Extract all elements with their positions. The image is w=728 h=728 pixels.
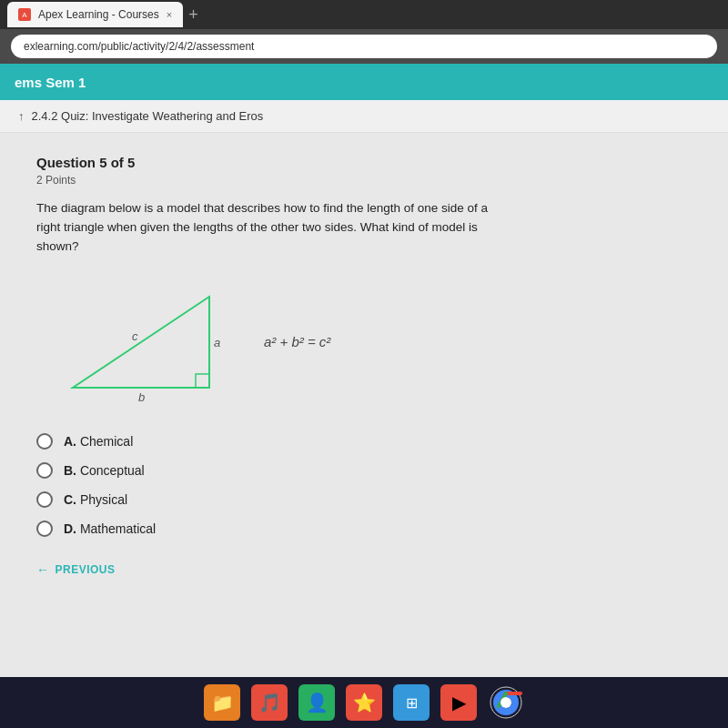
quiz-nav-bar: ↑ 2.4.2 Quiz: Investigate Weathering and…: [0, 100, 728, 133]
answer-option-a[interactable]: A. Chemical: [36, 433, 692, 450]
answer-option-b[interactable]: B. Conceptual: [36, 462, 692, 479]
question-text: The diagram below is a model that descri…: [36, 199, 510, 257]
quiz-nav-title: 2.4.2 Quiz: Investigate Weathering and E…: [32, 109, 264, 123]
radio-d[interactable]: [36, 521, 53, 537]
star-taskbar-icon[interactable]: ⭐: [346, 684, 382, 721]
files-taskbar-icon[interactable]: 📁: [204, 684, 240, 721]
user-taskbar-icon[interactable]: 👤: [298, 684, 335, 721]
youtube-taskbar-icon[interactable]: ▶: [440, 684, 477, 721]
grid-taskbar-icon[interactable]: ⊞: [393, 684, 430, 721]
diagram-area: c a b a² + b² = c²: [36, 278, 692, 406]
formula-text: a² + b² = c²: [264, 334, 330, 349]
radio-a[interactable]: [36, 433, 53, 450]
nav-upload-icon: ↑: [18, 109, 25, 123]
svg-text:c: c: [132, 329, 138, 343]
tab-favicon: A: [18, 8, 31, 21]
radio-b[interactable]: [36, 462, 53, 479]
active-tab[interactable]: A Apex Learning - Courses ×: [7, 2, 183, 27]
answer-option-c[interactable]: C. Physical: [36, 491, 692, 508]
address-bar: exlearning.com/public/activity/2/4/2/ass…: [0, 29, 728, 64]
app-header-title: ems Sem 1: [15, 75, 86, 90]
app-header: ems Sem 1: [0, 64, 728, 100]
radio-c[interactable]: [36, 491, 53, 508]
question-header: Question 5 of 5: [36, 155, 692, 170]
browser-chrome: A Apex Learning - Courses × + exlearning…: [0, 0, 728, 64]
answer-label-c: C. Physical: [64, 492, 127, 507]
formula-display: a² + b² = c²: [264, 334, 330, 350]
svg-text:a: a: [214, 336, 220, 349]
answer-label-a: A. Chemical: [64, 434, 133, 449]
question-points: 2 Points: [36, 174, 692, 187]
svg-point-6: [500, 697, 511, 708]
previous-arrow-icon: ←: [36, 562, 50, 577]
taskbar: 📁 🎵 👤 ⭐ ⊞ ▶: [0, 677, 728, 728]
tab-bar: A Apex Learning - Courses × +: [0, 0, 728, 29]
previous-label: PREVIOUS: [56, 563, 116, 576]
address-input[interactable]: exlearning.com/public/activity/2/4/2/ass…: [11, 35, 717, 58]
new-tab-button[interactable]: +: [188, 5, 198, 25]
main-content: Question 5 of 5 2 Points The diagram bel…: [0, 133, 728, 679]
answer-option-d[interactable]: D. Mathematical: [36, 521, 692, 537]
answer-label-d: D. Mathematical: [64, 521, 156, 536]
answers-container: A. Chemical B. Conceptual C. Physical D.…: [36, 433, 692, 537]
previous-button[interactable]: ← PREVIOUS: [36, 562, 692, 577]
answer-label-b: B. Conceptual: [64, 463, 145, 478]
triangle-svg: c a b: [36, 278, 237, 406]
chrome-taskbar-icon[interactable]: [488, 684, 524, 721]
tab-title: Apex Learning - Courses: [38, 8, 159, 21]
svg-text:b: b: [138, 390, 145, 404]
svg-marker-0: [73, 297, 209, 388]
tab-close-button[interactable]: ×: [167, 9, 172, 20]
music-taskbar-icon[interactable]: 🎵: [251, 684, 288, 721]
triangle-diagram: c a b: [36, 278, 237, 406]
